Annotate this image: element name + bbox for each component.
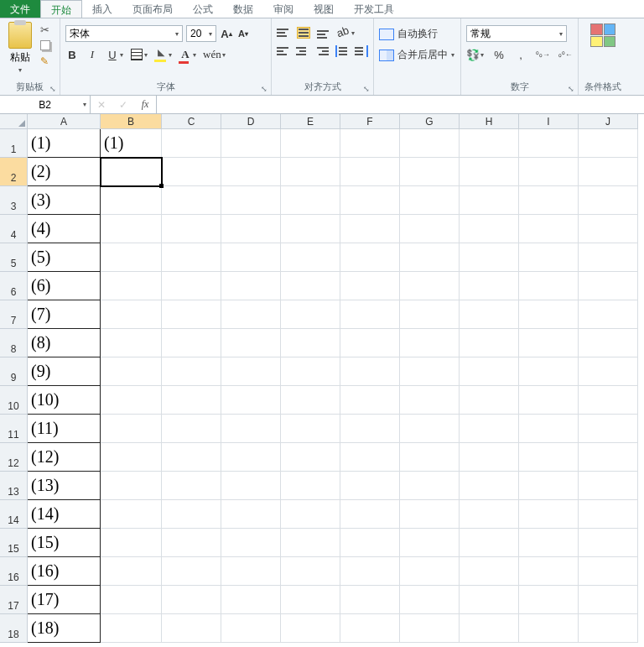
tab-home[interactable]: 开始 [40, 0, 82, 18]
underline-button[interactable]: U [106, 47, 119, 62]
align-center-icon[interactable] [296, 45, 309, 57]
cell-I8[interactable] [519, 329, 579, 357]
cell-H2[interactable] [460, 158, 519, 186]
cell-F15[interactable] [340, 529, 400, 557]
cell-H18[interactable] [460, 614, 519, 643]
cell-D8[interactable] [221, 329, 281, 357]
comma-icon[interactable]: , [514, 47, 527, 62]
column-header-D[interactable]: D [221, 114, 281, 129]
cell-B17[interactable] [101, 586, 162, 614]
cell-B16[interactable] [101, 557, 162, 586]
cell-D7[interactable] [221, 300, 281, 329]
cell-G8[interactable] [400, 329, 460, 357]
cell-G7[interactable] [400, 300, 460, 329]
cell-E7[interactable] [281, 300, 340, 329]
row-header-16[interactable]: 16 [0, 557, 28, 586]
chevron-down-icon[interactable]: ▾ [222, 51, 226, 59]
currency-icon[interactable]: 💱 [466, 47, 480, 62]
cell-B12[interactable] [101, 443, 162, 472]
tab-formula[interactable]: 公式 [183, 0, 223, 18]
cancel-formula-icon[interactable]: ✕ [91, 96, 112, 113]
cell-A8[interactable]: (8) [28, 329, 101, 357]
chevron-down-icon[interactable]: ▾ [120, 51, 123, 59]
cell-H9[interactable] [460, 357, 519, 386]
cell-B15[interactable] [101, 529, 162, 557]
align-left-icon[interactable] [277, 45, 289, 57]
cell-F13[interactable] [340, 472, 400, 500]
cell-E11[interactable] [281, 415, 340, 443]
cell-I3[interactable] [519, 186, 579, 215]
cell-C11[interactable] [162, 415, 221, 443]
cell-G10[interactable] [400, 386, 460, 415]
cell-B18[interactable] [101, 614, 162, 643]
cell-G16[interactable] [400, 557, 460, 586]
cell-A10[interactable]: (10) [28, 386, 101, 415]
cell-F8[interactable] [340, 329, 400, 357]
cell-C3[interactable] [162, 186, 221, 215]
cell-J16[interactable] [579, 557, 638, 586]
row-header-14[interactable]: 14 [0, 500, 28, 529]
cell-E5[interactable] [281, 243, 340, 272]
cell-F7[interactable] [340, 300, 400, 329]
cell-H4[interactable] [460, 215, 519, 243]
cell-A9[interactable]: (9) [28, 357, 101, 386]
cell-G5[interactable] [400, 243, 460, 272]
cell-D11[interactable] [221, 415, 281, 443]
row-header-5[interactable]: 5 [0, 243, 28, 272]
cell-I13[interactable] [519, 472, 579, 500]
dialog-launcher-icon[interactable]: ⤡ [261, 85, 269, 93]
tab-review[interactable]: 审阅 [263, 0, 304, 18]
tab-developer[interactable]: 开发工具 [344, 0, 404, 18]
decrease-decimal-icon[interactable]: ₀⁰← [558, 47, 573, 62]
cell-J12[interactable] [579, 443, 638, 472]
cell-D2[interactable] [221, 158, 281, 186]
column-header-A[interactable]: A [28, 114, 101, 129]
row-header-8[interactable]: 8 [0, 329, 28, 357]
cell-E17[interactable] [281, 586, 340, 614]
cell-C10[interactable] [162, 386, 221, 415]
cell-E4[interactable] [281, 215, 340, 243]
cell-J17[interactable] [579, 586, 638, 614]
cell-B2[interactable] [101, 158, 162, 186]
cell-B7[interactable] [101, 300, 162, 329]
cell-E9[interactable] [281, 357, 340, 386]
column-header-C[interactable]: C [162, 114, 221, 129]
cell-H11[interactable] [460, 415, 519, 443]
italic-button[interactable]: I [86, 47, 99, 62]
cell-I18[interactable] [519, 614, 579, 643]
cell-E13[interactable] [281, 472, 340, 500]
cell-C17[interactable] [162, 586, 221, 614]
cell-J8[interactable] [579, 329, 638, 357]
cell-B13[interactable] [101, 472, 162, 500]
cell-C7[interactable] [162, 300, 221, 329]
cell-A4[interactable]: (4) [28, 215, 101, 243]
cell-H17[interactable] [460, 586, 519, 614]
cell-H1[interactable] [460, 129, 519, 158]
cell-J18[interactable] [579, 614, 638, 643]
tab-file[interactable]: 文件 [0, 0, 40, 18]
cell-D5[interactable] [221, 243, 281, 272]
cell-C18[interactable] [162, 614, 221, 643]
cell-C6[interactable] [162, 272, 221, 300]
fx-icon[interactable]: fx [134, 96, 156, 113]
accept-formula-icon[interactable]: ✓ [112, 96, 134, 113]
cell-J9[interactable] [579, 357, 638, 386]
column-header-F[interactable]: F [340, 114, 400, 129]
cell-I1[interactable] [519, 129, 579, 158]
row-header-11[interactable]: 11 [0, 415, 28, 443]
cell-D9[interactable] [221, 357, 281, 386]
cell-E14[interactable] [281, 500, 340, 529]
orientation-icon[interactable]: ab [335, 23, 352, 42]
cell-I2[interactable] [519, 158, 579, 186]
copy-icon[interactable] [40, 40, 50, 50]
column-header-H[interactable]: H [460, 114, 519, 129]
cell-H14[interactable] [460, 500, 519, 529]
cell-C5[interactable] [162, 243, 221, 272]
align-right-icon[interactable] [316, 45, 329, 57]
fill-color-button[interactable] [154, 49, 168, 60]
cell-F10[interactable] [340, 386, 400, 415]
cell-B11[interactable] [101, 415, 162, 443]
cell-A13[interactable]: (13) [28, 472, 101, 500]
cell-J2[interactable] [579, 158, 638, 186]
formula-input[interactable] [157, 96, 644, 113]
